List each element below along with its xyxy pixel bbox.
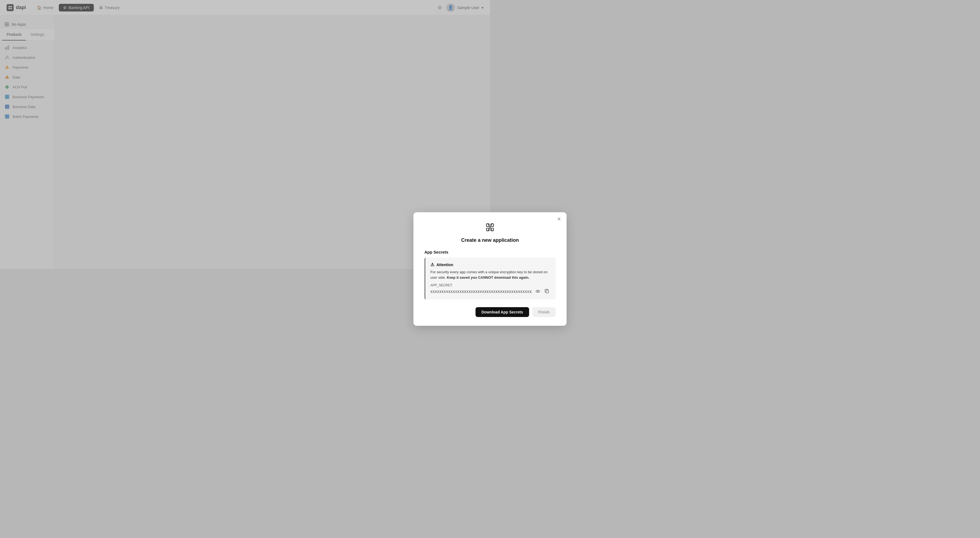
attention-box: ⚠ Attention For security every app comes… bbox=[425, 258, 490, 269]
attention-title: Attention bbox=[436, 263, 453, 267]
app-secrets-heading: App Secrets bbox=[425, 250, 490, 255]
modal-icon bbox=[425, 222, 490, 235]
modal: ✕ Create a new application App Secrets ⚠… bbox=[414, 212, 490, 269]
modal-title: Create a new application bbox=[425, 237, 490, 243]
modal-overlay: ✕ Create a new application App Secrets ⚠… bbox=[0, 0, 490, 269]
attention-header: ⚠ Attention bbox=[430, 262, 490, 267]
warning-icon: ⚠ bbox=[430, 262, 434, 267]
